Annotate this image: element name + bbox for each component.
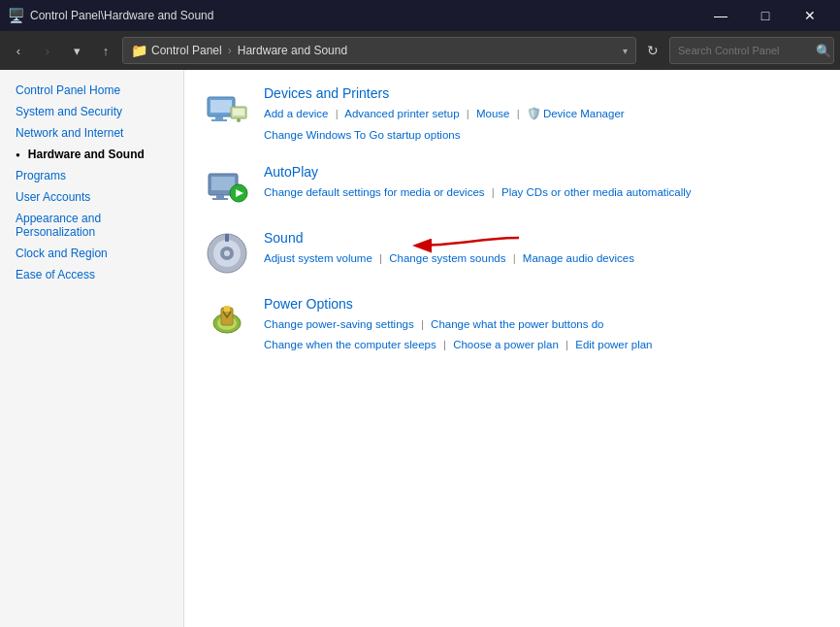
address-part-has: Hardware and Sound	[238, 44, 347, 57]
sidebar: Control Panel Home System and Security N…	[0, 70, 184, 627]
forward-button[interactable]: ›	[35, 38, 60, 63]
windows-to-go-link[interactable]: Change Windows To Go startup options	[264, 129, 460, 141]
change-sounds-link[interactable]: Change system sounds	[389, 252, 505, 264]
search-input[interactable]	[678, 45, 812, 56]
autoplay-title[interactable]: AutoPlay	[264, 164, 821, 180]
svg-rect-10	[212, 198, 228, 200]
sidebar-item-appearance[interactable]: Appearance and Personalization	[0, 208, 183, 243]
sep8: |	[443, 339, 446, 350]
autoplay-links: Change default settings for media or dev…	[264, 182, 821, 203]
main-layout: Control Panel Home System and Security N…	[0, 70, 840, 627]
sound-title[interactable]: Sound	[264, 230, 821, 246]
svg-rect-1	[210, 100, 232, 113]
sidebar-item-network[interactable]: Network and Internet	[0, 122, 183, 144]
power-buttons-link[interactable]: Change what the power buttons do	[431, 318, 603, 330]
power-saving-link[interactable]: Change power-saving settings	[264, 318, 414, 330]
address-box[interactable]: 📁 Control Panel › Hardware and Sound ▾	[122, 37, 636, 64]
titlebar-app-icon: 🖥️	[8, 8, 24, 23]
section-sound: Sound Adjust system volume | Change syst…	[204, 230, 821, 277]
mouse-link[interactable]: Mouse	[476, 108, 510, 119]
sep7: |	[421, 318, 424, 330]
search-icon: 🔍	[816, 44, 831, 58]
sound-links: Adjust system volume | Change system sou…	[264, 248, 821, 269]
titlebar-controls: — □ ✕	[698, 0, 832, 31]
svg-rect-3	[211, 119, 227, 121]
sidebar-item-clock[interactable]: Clock and Region	[0, 243, 183, 264]
shield-icon: 🛡️	[527, 104, 541, 125]
adjust-volume-link[interactable]: Adjust system volume	[264, 252, 372, 264]
devices-title[interactable]: Devices and Printers	[264, 85, 821, 101]
play-cds-link[interactable]: Play CDs or other media automatically	[501, 186, 692, 198]
change-default-media-link[interactable]: Change default settings for media or dev…	[264, 186, 485, 198]
sep1: |	[336, 108, 339, 119]
manage-audio-link[interactable]: Manage audio devices	[523, 252, 634, 264]
addressbar: ‹ › ▾ ↑ 📁 Control Panel › Hardware and S…	[0, 31, 840, 70]
sep6: |	[513, 252, 516, 264]
advanced-printer-link[interactable]: Advanced printer setup	[344, 108, 459, 119]
maximize-button[interactable]: □	[743, 0, 788, 31]
sidebar-item-hardware-sound[interactable]: Hardware and Sound	[0, 144, 183, 165]
computer-sleeps-link[interactable]: Change when the computer sleeps	[264, 339, 436, 350]
section-power: Power Options Change power-saving settin…	[204, 296, 821, 354]
section-autoplay: AutoPlay Change default settings for med…	[204, 164, 821, 211]
power-title[interactable]: Power Options	[264, 296, 821, 312]
power-links: Change power-saving settings | Change wh…	[264, 314, 821, 354]
sidebar-item-control-panel-home[interactable]: Control Panel Home	[0, 80, 183, 101]
address-dropdown-button[interactable]: ▾	[623, 46, 628, 56]
svg-point-16	[224, 250, 230, 256]
titlebar-title: Control Panel\Hardware and Sound	[30, 9, 698, 22]
sidebar-item-ease[interactable]: Ease of Access	[0, 264, 183, 285]
sep9: |	[565, 339, 568, 350]
device-manager-link[interactable]: Device Manager	[543, 104, 625, 124]
svg-rect-22	[224, 306, 230, 312]
add-device-link[interactable]: Add a device	[264, 108, 329, 119]
folder-icon: 📁	[131, 43, 147, 58]
autoplay-icon	[204, 164, 250, 211]
back-button[interactable]: ‹	[6, 38, 31, 63]
sound-icon	[204, 230, 250, 277]
power-icon	[204, 296, 250, 343]
refresh-button[interactable]: ↻	[640, 38, 665, 63]
up-button[interactable]: ↑	[93, 38, 118, 63]
devices-content: Devices and Printers Add a device | Adva…	[264, 85, 821, 145]
content-area: Devices and Printers Add a device | Adva…	[184, 70, 840, 627]
svg-rect-2	[215, 116, 223, 119]
sep5: |	[379, 252, 382, 264]
close-button[interactable]: ✕	[788, 0, 832, 31]
svg-rect-5	[233, 109, 244, 116]
address-part-cp: Control Panel	[151, 44, 222, 57]
address-separator: ›	[228, 44, 232, 57]
autoplay-content: AutoPlay Change default settings for med…	[264, 164, 821, 203]
edit-power-plan-link[interactable]: Edit power plan	[575, 339, 652, 350]
sep4: |	[492, 186, 495, 198]
recent-locations-button[interactable]: ▾	[64, 38, 89, 63]
power-content: Power Options Change power-saving settin…	[264, 296, 821, 354]
search-box[interactable]: 🔍	[669, 37, 834, 64]
minimize-button[interactable]: —	[698, 0, 743, 31]
sep3: |	[517, 108, 520, 119]
sidebar-item-system-security[interactable]: System and Security	[0, 101, 183, 122]
svg-rect-9	[216, 195, 224, 198]
sound-content: Sound Adjust system volume | Change syst…	[264, 230, 821, 269]
power-plan-link[interactable]: Choose a power plan	[453, 339, 559, 350]
titlebar: 🖥️ Control Panel\Hardware and Sound — □ …	[0, 0, 840, 31]
devices-icon	[204, 85, 250, 132]
svg-point-6	[237, 118, 241, 122]
svg-rect-17	[225, 234, 229, 242]
devices-links: Add a device | Advanced printer setup | …	[264, 104, 821, 145]
sep2: |	[467, 108, 469, 119]
section-devices: Devices and Printers Add a device | Adva…	[204, 85, 821, 145]
sidebar-item-programs[interactable]: Programs	[0, 165, 183, 186]
sidebar-item-user-accounts[interactable]: User Accounts	[0, 186, 183, 208]
